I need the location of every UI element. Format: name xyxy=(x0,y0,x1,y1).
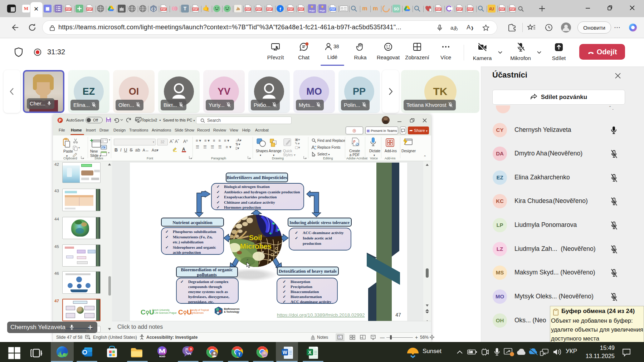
svg-text:Biosorption: Biosorption xyxy=(291,279,310,284)
svg-text:X: X xyxy=(308,350,312,355)
svg-text:T: T xyxy=(238,352,241,356)
svg-text:Faculty of Tropical: Faculty of Tropical xyxy=(190,309,209,312)
svg-text:Soil: Soil xyxy=(249,234,262,242)
svg-text:✓: ✓ xyxy=(165,229,169,234)
svg-text:Czech University: Czech University xyxy=(152,309,170,312)
svg-text:W: W xyxy=(283,350,287,355)
svg-text:PDF: PDF xyxy=(499,8,505,10)
svg-text:acids production: acids production xyxy=(173,250,201,254)
svg-text:BioResources: BioResources xyxy=(224,308,240,310)
svg-text:hydrolases, dioxygenase,: hydrolases, dioxygenase, xyxy=(188,294,229,299)
svg-text:Precipitation: Precipitation xyxy=(291,284,312,289)
svg-text:Indole acetic acid: Indole acetic acid xyxy=(303,236,332,240)
svg-text:38: 38 xyxy=(333,44,339,49)
svg-text:PDF: PDF xyxy=(288,8,293,10)
svg-text:✓: ✓ xyxy=(295,236,298,240)
svg-text:Biological nitrogen fixation: Biological nitrogen fixation xyxy=(224,184,270,189)
svg-text:✓: ✓ xyxy=(283,299,286,304)
svg-text:M365: M365 xyxy=(159,355,166,358)
svg-text:✓: ✓ xyxy=(283,279,286,284)
svg-text:pollutants: pollutants xyxy=(197,272,217,277)
svg-text:Nutrient acquisition: Nutrient acquisition xyxy=(172,220,213,225)
svg-text:3: 3 xyxy=(190,347,192,351)
svg-text:PDF: PDF xyxy=(193,8,198,10)
svg-text:❮❯: ❮❯ xyxy=(151,7,156,11)
svg-text:PDF: PDF xyxy=(245,8,251,10)
svg-text:✓: ✓ xyxy=(283,294,286,299)
svg-text:47: 47 xyxy=(395,312,401,318)
svg-text:of Life Sciences Prague: of Life Sciences Prague xyxy=(152,312,177,314)
svg-text:PDF: PDF xyxy=(66,8,71,10)
svg-text:Phosphorus solubilization: Phosphorus solubilization xyxy=(173,229,216,234)
svg-text:РАДА: РАДА xyxy=(309,10,314,12)
svg-text:Exopolysaccharides production: Exopolysaccharides production xyxy=(224,195,277,199)
svg-text:& Technology: & Technology xyxy=(224,311,239,313)
svg-text:✓: ✓ xyxy=(216,200,220,204)
svg-text:✓: ✓ xyxy=(180,279,184,284)
svg-text:Antibiotics and hydrogen cy: Antibiotics and hydrogen cyanide product… xyxy=(224,190,300,194)
svg-text:РАДА: РАДА xyxy=(320,10,325,12)
svg-text:Microbes: Microbes xyxy=(240,242,272,250)
svg-text:✓: ✓ xyxy=(216,190,220,194)
svg-text:AgriSciences: AgriSciences xyxy=(190,312,204,314)
svg-text:Biotransformation: Biotransformation xyxy=(291,294,322,299)
svg-text:✓: ✓ xyxy=(165,235,169,239)
svg-text:✓: ✓ xyxy=(216,184,220,189)
svg-text:PDF: PDF xyxy=(161,8,166,10)
svg-text:PDF: PDF xyxy=(267,8,272,10)
svg-text:PDF: PDF xyxy=(330,8,336,10)
svg-text:enzyme systems such as: enzyme systems such as xyxy=(188,289,228,294)
svg-text:compounds through: compounds through xyxy=(188,284,222,289)
svg-text:Bioaccumulation: Bioaccumulation xyxy=(291,289,319,294)
svg-text:✓: ✓ xyxy=(283,289,286,294)
svg-text:Micronutrients (Fe, Zn,: Micronutrients (Fe, Zn, xyxy=(173,235,213,239)
svg-text:PDF: PDF xyxy=(87,8,92,10)
svg-text:✓: ✓ xyxy=(295,230,298,235)
svg-text:P: P xyxy=(59,118,61,123)
svg-text:Siderophores and organic: Siderophores and organic xyxy=(173,245,216,249)
svg-text:✓: ✓ xyxy=(283,284,286,289)
svg-text:Bioremediation of organic: Bioremediation of organic xyxy=(181,267,233,272)
svg-text:✓: ✓ xyxy=(216,195,220,199)
svg-text:ACC-deaminase activity: ACC-deaminase activity xyxy=(303,230,344,235)
svg-text:production: production xyxy=(303,241,321,246)
svg-text:Biofertilizers and Biopesticid: Biofertilizers and Biopesticides xyxy=(226,175,287,180)
svg-text:Detoxification of heavy metals: Detoxification of heavy metals xyxy=(279,269,337,274)
svg-text:PDF: PDF xyxy=(468,8,473,10)
svg-text:PDF: PDF xyxy=(436,8,441,10)
svg-text:PDF: PDF xyxy=(298,8,304,10)
svg-text:✓: ✓ xyxy=(165,245,169,249)
svg-text:Hormones production: Hormones production xyxy=(224,205,261,209)
svg-text:PDF: PDF xyxy=(510,8,515,10)
svg-text:✓: ✓ xyxy=(216,205,220,209)
svg-text:Inducing abiotic stress toler: Inducing abiotic stress tolerance xyxy=(289,220,350,225)
svg-text:RJ: RJ xyxy=(489,7,494,11)
svg-text:etc.) solubilization: etc.) solubilization xyxy=(173,240,204,244)
svg-text:f: f xyxy=(279,6,281,12)
svg-text:ACC deaminase activity: ACC deaminase activity xyxy=(291,299,331,304)
svg-text:Degradation of complex: Degradation of complex xyxy=(188,279,229,284)
svg-text:SO: SO xyxy=(394,7,399,11)
svg-text:PDF: PDF xyxy=(457,8,462,10)
svg-text:https://doi.org/10.3389/fmicb.: https://doi.org/10.3389/fmicb.2018.02992 xyxy=(277,312,365,318)
svg-text:PDF: PDF xyxy=(256,8,262,10)
svg-text:peroxidase, etc.: peroxidase, etc. xyxy=(188,299,214,304)
svg-text:Chitinase and catalase acti: Chitinase and catalase activity xyxy=(224,200,275,204)
